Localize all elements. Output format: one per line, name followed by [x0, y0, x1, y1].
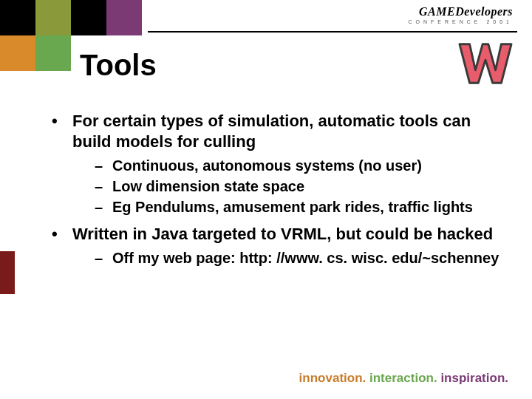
deco-square-black-2 — [71, 0, 106, 35]
bullet-1-sub-1: Continuous, autonomous systems (no user) — [95, 157, 502, 176]
deco-bar-red — [0, 251, 15, 294]
bullet-2: Written in Java targeted to VRML, but co… — [52, 224, 502, 268]
footer-word-1: innovation. — [299, 371, 366, 385]
deco-square-purple — [106, 0, 142, 35]
deco-square-green — [35, 35, 71, 71]
bullet-1-text: For certain types of simulation, automat… — [72, 112, 471, 151]
header-rule — [148, 31, 517, 33]
brand-logo: GAMEDevelopers CONFERENCE 2001 — [408, 6, 513, 24]
deco-square-black-1 — [0, 0, 35, 35]
bullet-2-text: Written in Java targeted to VRML, but co… — [72, 225, 493, 243]
footer-tagline: innovation. interaction. inspiration. — [299, 371, 508, 386]
slide-content: For certain types of simulation, automat… — [52, 111, 502, 276]
footer-word-2: interaction. — [369, 371, 437, 385]
brand-top: GAMEDevelopers — [408, 6, 513, 18]
bullet-1-sub-3: Eg Pendulums, amusement park rides, traf… — [95, 198, 502, 217]
wisconsin-w-icon — [457, 38, 514, 90]
slide-title: Tools — [80, 49, 157, 82]
footer-word-3: inspiration. — [440, 371, 508, 385]
deco-square-olive — [35, 0, 71, 35]
brand-sub: CONFERENCE 2001 — [408, 19, 513, 24]
deco-square-orange — [0, 35, 35, 71]
bullet-1-sub-2: Low dimension state space — [95, 177, 502, 197]
bullet-2-sub-1: Off my web page: http: //www. cs. wisc. … — [95, 249, 502, 268]
bullet-1: For certain types of simulation, automat… — [52, 111, 502, 216]
